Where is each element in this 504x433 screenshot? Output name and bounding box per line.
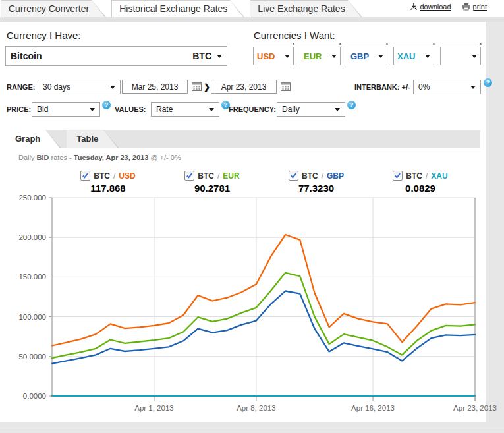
price-help-icon[interactable]: ? bbox=[102, 101, 111, 109]
chevron-down-icon bbox=[331, 55, 337, 58]
legend-pair-label: BTC/XAU bbox=[368, 171, 472, 181]
x-axis-label: Apr 23, 2013 bbox=[453, 404, 497, 412]
legend-checkbox[interactable] bbox=[289, 171, 298, 181]
print-icon bbox=[462, 3, 470, 11]
remove-currency-button[interactable]: × bbox=[292, 42, 295, 47]
range-label: RANGE: bbox=[7, 80, 35, 94]
values-value: Rate bbox=[156, 105, 173, 114]
currency-have-name: Bitcoin bbox=[11, 51, 42, 61]
frequency-select[interactable]: Daily bbox=[277, 102, 345, 117]
main-tab-bar: Currency Converter Historical Exchange R… bbox=[1, 0, 368, 17]
chart-line-BTC/EUR bbox=[52, 273, 475, 358]
legend-item-XAU: BTC/XAU0.0829 bbox=[368, 171, 472, 194]
download-link[interactable]: download bbox=[410, 3, 451, 11]
remove-currency-button[interactable]: × bbox=[385, 42, 389, 47]
tab-historical-exchange-rates[interactable]: Historical Exchange Rates bbox=[111, 0, 230, 17]
legend-quote-currency: XAU bbox=[431, 171, 447, 181]
calendar-icon[interactable] bbox=[281, 82, 291, 91]
values-label: VALUES: bbox=[115, 102, 146, 117]
legend-pair-label: BTC/GBP bbox=[264, 171, 368, 181]
currencies-want-heading: Currencies I Want: bbox=[254, 30, 335, 41]
legend-quote-currency: GBP bbox=[327, 171, 344, 181]
chart-line-BTC/USD bbox=[52, 235, 475, 346]
legend-base-currency: BTC bbox=[302, 171, 318, 181]
legend-separator: / bbox=[322, 171, 323, 181]
view-tab-bar: Graph Table bbox=[5, 130, 480, 148]
chevron-down-icon bbox=[335, 108, 340, 111]
chart-subtitle: Daily BID rates - Tuesday, Apr 23, 2013 … bbox=[18, 154, 181, 161]
legend-separator: / bbox=[426, 171, 428, 181]
currency-want-select-empty[interactable]: × bbox=[440, 47, 481, 65]
price-label: PRICE: bbox=[7, 102, 31, 117]
header-actions: download print bbox=[410, 3, 488, 11]
currency-have-select[interactable]: Bitcoin BTC bbox=[5, 46, 227, 66]
date-to-value: Apr 23, 2013 bbox=[221, 82, 267, 92]
legend-rate-value: 0.0829 bbox=[368, 183, 472, 194]
legend-pair-label: BTC/EUR bbox=[160, 171, 264, 181]
chevron-down-icon bbox=[110, 86, 115, 89]
y-axis-label: 250.000 bbox=[18, 194, 46, 202]
check-icon bbox=[290, 172, 297, 179]
price-select[interactable]: Bid bbox=[32, 102, 100, 117]
remove-currency-button[interactable]: × bbox=[432, 42, 435, 47]
print-label: print bbox=[473, 3, 487, 11]
legend-checkbox[interactable] bbox=[393, 171, 403, 181]
tab-live-exchange-rates[interactable]: Live Exchange Rates bbox=[250, 0, 347, 17]
legend-base-currency: BTC bbox=[198, 171, 214, 181]
chevron-down-icon bbox=[90, 108, 95, 111]
legend-checkbox[interactable] bbox=[184, 171, 194, 181]
frequency-help-icon[interactable]: ? bbox=[347, 101, 356, 109]
download-icon bbox=[410, 3, 418, 11]
values-select[interactable]: Rate bbox=[151, 102, 219, 117]
calendar-icon[interactable] bbox=[192, 82, 202, 91]
tab-table[interactable]: Table bbox=[67, 130, 103, 148]
chevron-down-icon bbox=[425, 55, 430, 58]
legend-checkbox[interactable] bbox=[80, 171, 90, 181]
date-from-input[interactable]: Mar 25, 2013 bbox=[122, 80, 188, 94]
check-icon bbox=[82, 172, 89, 179]
range-select[interactable]: 30 days bbox=[38, 80, 121, 94]
legend-separator: / bbox=[217, 171, 219, 181]
legend-quote-currency: USD bbox=[119, 171, 135, 181]
range-arrow-separator: ❯ bbox=[204, 82, 210, 92]
legend-base-currency: BTC bbox=[406, 171, 422, 181]
legend-separator: / bbox=[113, 171, 115, 181]
interbank-select[interactable]: 0% bbox=[413, 80, 481, 94]
chevron-down-icon bbox=[470, 86, 476, 89]
y-axis-label: 200.000 bbox=[18, 233, 46, 241]
historical-rates-chart: 0.000050.0000100.000150.000200.000250.00… bbox=[0, 194, 504, 424]
check-icon bbox=[186, 172, 193, 179]
legend-rate-value: 117.868 bbox=[56, 183, 160, 194]
subtitle-suffix: @ +/- 0% bbox=[150, 154, 181, 161]
x-axis-label: Apr 8, 2013 bbox=[237, 404, 275, 412]
date-from-value: Mar 25, 2013 bbox=[132, 82, 179, 92]
subtitle-price: BID bbox=[37, 154, 49, 161]
currency-want-select-USD[interactable]: USD× bbox=[253, 47, 294, 65]
tab-graph[interactable]: Graph bbox=[5, 130, 45, 148]
x-axis-label: Apr 1, 2013 bbox=[134, 404, 173, 412]
legend-item-USD: BTC/USD117.868 bbox=[56, 171, 160, 194]
currency-want-select-GBP[interactable]: GBP× bbox=[347, 47, 387, 65]
price-value: Bid bbox=[37, 105, 48, 114]
tab-currency-converter[interactable]: Currency Converter bbox=[1, 0, 92, 17]
currency-code: EUR bbox=[304, 51, 322, 61]
currency-code: XAU bbox=[397, 51, 415, 61]
interbank-help-icon[interactable]: ? bbox=[484, 78, 492, 87]
remove-currency-button[interactable]: × bbox=[339, 42, 342, 47]
remove-currency-button[interactable]: × bbox=[479, 42, 482, 47]
interbank-value: 0% bbox=[418, 82, 430, 92]
y-axis-label: 150.000 bbox=[18, 273, 46, 281]
y-axis-label: 50.0000 bbox=[18, 353, 46, 361]
chevron-down-icon bbox=[209, 108, 214, 111]
page-bottom-divider bbox=[0, 430, 504, 430]
currency-want-select-EUR[interactable]: EUR× bbox=[300, 47, 341, 65]
check-icon bbox=[394, 172, 401, 179]
currencies-want-row: USD×EUR×GBP×XAU×× bbox=[253, 47, 481, 65]
download-label: download bbox=[420, 3, 451, 11]
currency-code: GBP bbox=[350, 51, 369, 61]
y-axis-label: 100.000 bbox=[18, 313, 46, 321]
print-link[interactable]: print bbox=[462, 3, 487, 11]
legend-pair-label: BTC/USD bbox=[56, 171, 160, 181]
currency-want-select-XAU[interactable]: XAU× bbox=[393, 47, 434, 65]
date-to-input[interactable]: Apr 23, 2013 bbox=[211, 80, 277, 94]
